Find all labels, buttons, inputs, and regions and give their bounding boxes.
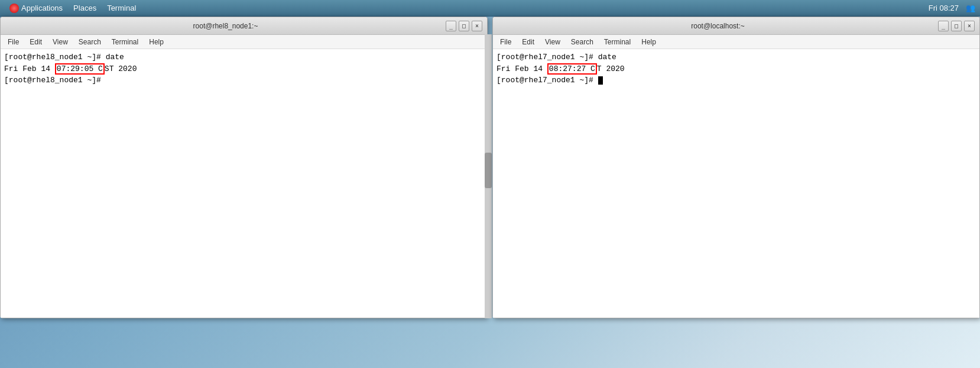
window-1-menubar: File Edit View Search Terminal Help: [1, 35, 487, 49]
applications-menu[interactable]: Applications: [5, 2, 67, 14]
menu-2-file[interactable]: File: [495, 37, 516, 47]
window-1-line2: Fri Feb 14 07:29:05 CST 2020: [4, 63, 483, 75]
window-1-close[interactable]: ×: [472, 21, 482, 31]
window-1-line1: [root@rhel8_node1 ~]# date: [4, 51, 483, 63]
window-2-line3: [root@rhel7_node1 ~]#: [497, 75, 976, 86]
scrollbar-area: [485, 34, 492, 318]
terminal-window-2: root@localhost:~ _ □ × File Edit View Se…: [492, 17, 980, 318]
menu-1-terminal[interactable]: Terminal: [107, 37, 143, 47]
window-2-menubar: File Edit View Search Terminal Help: [493, 35, 979, 49]
places-label: Places: [73, 4, 96, 12]
window-2-maximize[interactable]: □: [951, 21, 962, 31]
window-2-line2: Fri Feb 14 08:27:27 CT 2020: [497, 63, 976, 75]
window-1-maximize[interactable]: □: [459, 21, 469, 31]
menu-2-terminal[interactable]: Terminal: [599, 37, 635, 47]
window-1-controls: _ □ ×: [446, 21, 482, 31]
menu-2-search[interactable]: Search: [566, 37, 598, 47]
window-2-content[interactable]: [root@rhel7_node1 ~]# date Fri Feb 14 08…: [493, 49, 979, 318]
taskbar-left: Applications Places Terminal: [5, 2, 141, 14]
window-1-line2-suffix: ST 2020: [105, 64, 137, 73]
applications-label: Applications: [21, 4, 63, 12]
window-1-line2-prefix: Fri Feb 14: [4, 64, 55, 73]
window-1-content[interactable]: [root@rhel8_node1 ~]# date Fri Feb 14 07…: [1, 49, 487, 318]
menu-2-help[interactable]: Help: [637, 37, 661, 47]
window-2-line2-prefix: Fri Feb 14: [497, 64, 547, 73]
scrollbar-thumb[interactable]: [485, 153, 492, 188]
window-1-highlight: 07:29:05 C: [55, 63, 105, 75]
desktop: root@rhel8_node1:~ _ □ × File Edit View …: [0, 17, 980, 368]
window-1-line3: [root@rhel8_node1 ~]#: [4, 75, 483, 86]
taskbar-time: Fri 08:27: [929, 4, 959, 12]
window-2-titlebar: root@localhost:~ _ □ ×: [493, 17, 979, 35]
window-2-line2-suffix: T 2020: [597, 64, 625, 73]
terminal-label: Terminal: [107, 4, 136, 12]
window-2-title: root@localhost:~: [498, 22, 938, 30]
terminal-menu[interactable]: Terminal: [102, 2, 141, 14]
window-2-close[interactable]: ×: [964, 21, 975, 31]
app-icon: [9, 4, 19, 13]
menu-1-edit[interactable]: Edit: [25, 37, 47, 47]
window-2-highlight: 08:27:27 C: [547, 63, 597, 75]
window-2-line1: [root@rhel7_node1 ~]# date: [497, 51, 976, 63]
menu-2-edit[interactable]: Edit: [517, 37, 539, 47]
menu-1-view[interactable]: View: [48, 37, 73, 47]
menu-1-file[interactable]: File: [3, 37, 24, 47]
window-2-controls: _ □ ×: [938, 21, 975, 31]
window-1-titlebar: root@rhel8_node1:~ _ □ ×: [1, 17, 487, 35]
cursor: [598, 76, 603, 85]
taskbar: Applications Places Terminal Fri 08:27 👥: [0, 0, 980, 17]
menu-2-view[interactable]: View: [540, 37, 565, 47]
people-icon: 👥: [966, 4, 975, 12]
menu-1-help[interactable]: Help: [144, 37, 168, 47]
places-menu[interactable]: Places: [69, 2, 101, 14]
menu-1-search[interactable]: Search: [74, 37, 106, 47]
window-2-minimize[interactable]: _: [938, 21, 949, 31]
taskbar-right: Fri 08:27 👥: [929, 4, 975, 12]
window-1-title: root@rhel8_node1:~: [5, 22, 446, 30]
window-1-minimize[interactable]: _: [446, 21, 456, 31]
terminal-window-1: root@rhel8_node1:~ _ □ × File Edit View …: [0, 17, 488, 318]
